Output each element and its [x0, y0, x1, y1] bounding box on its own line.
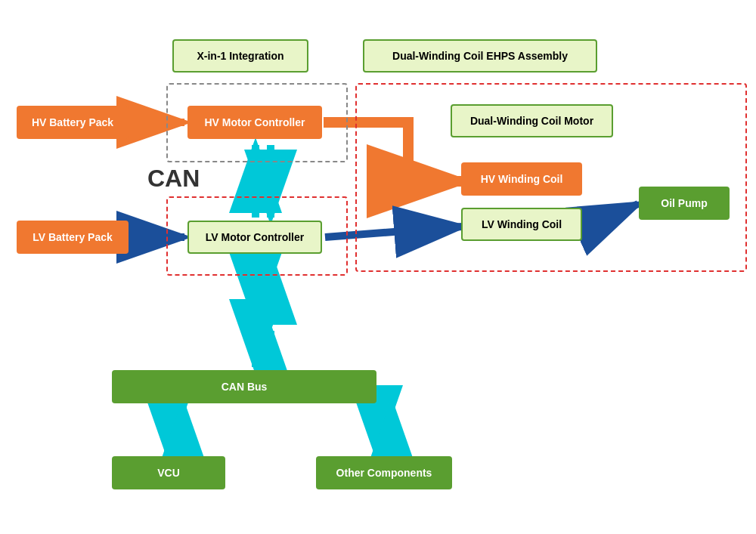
hv-motor-ctrl-box: HV Motor Controller: [187, 106, 322, 139]
xin1-box: X-in-1 Integration: [172, 39, 308, 73]
vcu-box: VCU: [112, 456, 225, 489]
can-bus-box: CAN Bus: [112, 370, 376, 403]
dual-winding-label-box: Dual-Winding Coil EHPS Assembly: [363, 39, 597, 73]
other-components-box: Other Components: [316, 456, 452, 489]
hv-battery-box: HV Battery Pack: [17, 106, 129, 139]
lv-battery-box: LV Battery Pack: [17, 221, 129, 254]
lv-motor-ctrl-box: LV Motor Controller: [187, 221, 322, 254]
diagram: X-in-1 Integration Dual-Winding Coil EHP…: [0, 0, 756, 534]
oil-pump-box: Oil Pump: [639, 187, 730, 220]
hv-winding-box: HV Winding Coil: [461, 162, 582, 196]
can-label: CAN: [147, 165, 200, 193]
dual-winding-motor-box: Dual-Winding Coil Motor: [451, 104, 613, 137]
lv-winding-box: LV Winding Coil: [461, 208, 582, 241]
